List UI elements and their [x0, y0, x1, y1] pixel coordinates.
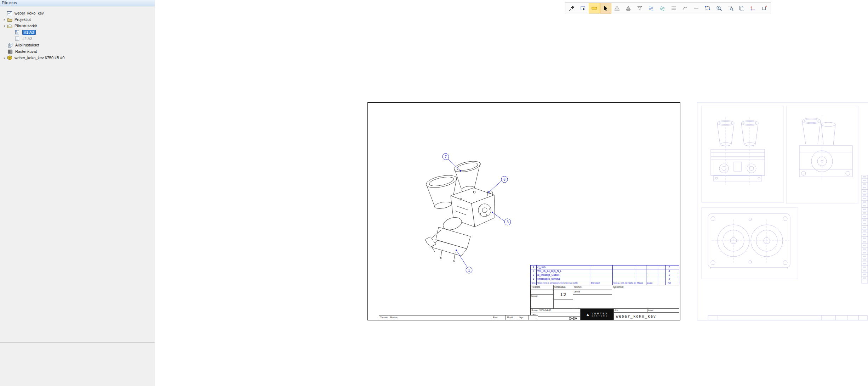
- part-name: WB_96_14_B(J)_N_L: [537, 269, 590, 273]
- drawing-title: weber_koko_kev: [614, 313, 679, 320]
- titleblock-cell-ark: Ark.: [614, 309, 647, 313]
- part-name: al_imusarja_Gasket: [537, 273, 590, 277]
- line-icon: [693, 5, 699, 11]
- titleblock-cell-massa: Massa: [531, 295, 554, 299]
- application-window: Piirustus weber_koko_kev ▸ Projektiot ▾: [0, 0, 868, 386]
- part-qty: 1: [666, 273, 673, 277]
- tree-item-alipiirustukset[interactable]: Alipiirustukset: [0, 42, 155, 48]
- svg-text:1: 1: [468, 268, 470, 272]
- parallel-lines-tool-button[interactable]: [668, 3, 679, 13]
- balloon-7[interactable]: 7: [442, 153, 461, 172]
- sheet2-side-view: [799, 115, 852, 180]
- tree-item-piirustusarkit[interactable]: ▾ Piirustusarkit: [0, 23, 155, 29]
- sheet2-parts-list-rows: [862, 176, 868, 280]
- drawing-sheet-1[interactable]: 7 6 3 1: [367, 102, 680, 320]
- panel-splitter[interactable]: [0, 342, 155, 343]
- panel-title: Piirustus: [0, 0, 155, 6]
- axes-icon: [750, 5, 756, 11]
- parts-row[interactable]: 1 Ilmasuppilo_kiinnitys 2: [531, 277, 679, 281]
- sheet2-front-view: [711, 117, 765, 185]
- chevron-right-icon[interactable]: ▸: [2, 18, 7, 21]
- pick-region-icon: [580, 5, 586, 11]
- drawing-tree: weber_koko_kev ▸ Projektiot ▾ Piirustusa…: [0, 10, 155, 61]
- part-no: 1: [531, 277, 537, 281]
- tree-item-projektiot[interactable]: ▸ Projektiot: [0, 16, 155, 23]
- pin-icon: [569, 5, 575, 11]
- tree-item-label: Rasterikuvat: [15, 49, 37, 54]
- polygon-tool-button[interactable]: [611, 3, 623, 13]
- titleblock-cell-tyonimike: Työnimike:: [612, 285, 679, 309]
- parallel-lines-icon: [670, 5, 677, 11]
- ruler-tool-button[interactable]: [589, 3, 600, 13]
- curve-tool-button[interactable]: [679, 3, 691, 13]
- select-cursor-tool-button[interactable]: [600, 3, 611, 13]
- model-cube-icon: [7, 55, 13, 61]
- revision-strip: Tunnus Muutos Pvm Muutti Hyv.: [379, 315, 538, 320]
- part-name: Ilmasuppilo_kiinnitys: [537, 277, 590, 281]
- pick-region-tool-button[interactable]: [577, 3, 589, 13]
- design-date: 2009-04-05: [539, 309, 551, 312]
- titleblock-cell-luok: Luok.: [647, 309, 679, 313]
- balloon-1[interactable]: 1: [456, 250, 472, 273]
- tree-item-label: weber_koko_kev 6750 kB #0: [15, 56, 64, 60]
- line-tool-button[interactable]: [691, 3, 702, 13]
- hatch-blue-tool-button[interactable]: [645, 3, 657, 13]
- sheet-icon: [15, 30, 21, 35]
- sheet2-faded-views: weber_koko_kev: [697, 102, 868, 320]
- raster-images-icon: [8, 49, 13, 54]
- part-name: ej_rash: [537, 265, 590, 269]
- hatch-lines-teal-icon: [659, 5, 666, 11]
- axes-tool-button[interactable]: [747, 3, 759, 13]
- svg-text:7: 7: [445, 155, 447, 159]
- balloon-6[interactable]: 6: [488, 176, 508, 193]
- view-export-icon: [761, 5, 767, 11]
- drawing-canvas[interactable]: 7 6 3 1: [155, 0, 868, 386]
- sheet2-bottom-view: [708, 214, 790, 268]
- tree-item-label: Alipiirustukset: [15, 43, 39, 47]
- scale-value: 1:2: [554, 290, 573, 300]
- ruler-icon: [591, 5, 598, 11]
- drawing-root-icon: [7, 11, 13, 16]
- zoom-icon: [716, 5, 722, 11]
- hatch-teal-tool-button[interactable]: [657, 3, 668, 13]
- drawing-sheet-2[interactable]: weber_koko_kev: [697, 102, 868, 320]
- chevron-right-icon[interactable]: ▸: [2, 56, 7, 60]
- cone-tool-button[interactable]: [623, 3, 634, 13]
- tree-item-rasterikuvat[interactable]: Rasterikuvat: [0, 48, 155, 55]
- view-export-tool-button[interactable]: [759, 3, 770, 13]
- pin-tool-button[interactable]: [566, 3, 577, 13]
- projection-symbol-icon: [568, 317, 579, 320]
- part-no: 3: [531, 269, 537, 273]
- folder-icon: [7, 17, 13, 22]
- tree-item-sheet-2-a3[interactable]: #2 A3: [0, 35, 155, 42]
- zoom-area-tool-button[interactable]: [725, 3, 736, 13]
- sheets-folder-icon: [7, 23, 13, 29]
- part-no: 4: [531, 265, 537, 269]
- sheet-icon: [15, 36, 21, 41]
- svg-text:6: 6: [503, 178, 506, 181]
- parts-row[interactable]: 4 ej_rash 2: [531, 265, 679, 269]
- sheet-pages-tool-button[interactable]: [736, 3, 747, 13]
- tree-item-label: Piirustusarkit: [15, 24, 37, 28]
- tree-item-sheet-1-a3[interactable]: #1 A3: [0, 29, 155, 35]
- filter-tool-button[interactable]: [634, 3, 645, 13]
- titleblock-cell-mittakaava: Mittakaava: [554, 285, 573, 290]
- parts-row[interactable]: 3 WB_96_14_B(J)_N_L 4: [531, 269, 679, 273]
- sheet-pages-icon: [738, 5, 745, 11]
- tree-item-drawing-root[interactable]: weber_koko_kev: [0, 10, 155, 16]
- zoom-tool-button[interactable]: [713, 3, 725, 13]
- cone-icon: [625, 5, 632, 11]
- titleblock-cell-lehtia: Lehtiä: [573, 290, 612, 295]
- tree-item-model-weber-koko-kev[interactable]: ▸ weber_koko_kev 6750 kB #0: [0, 55, 155, 61]
- part-no: 2: [531, 273, 537, 277]
- sheet2-revision-strip: [708, 315, 867, 320]
- parts-row[interactable]: 2 al_imusarja_Gasket 1: [531, 273, 679, 277]
- tree-item-label: #2 A3: [22, 37, 32, 41]
- part-qty: 2: [666, 277, 673, 281]
- chevron-down-icon[interactable]: ▾: [2, 24, 7, 28]
- select-rect-tool-button[interactable]: [702, 3, 713, 13]
- zoom-area-icon: [727, 5, 733, 11]
- parts-list-table: 4 ej_rash 2 3 WB_96_14_B(J)_N_L 4 2: [530, 265, 679, 286]
- title-block: Tiedosto Massa Mittakaava 1:2 Tunnus Leh…: [530, 285, 679, 320]
- drawing-tree-panel: Piirustus weber_koko_kev ▸ Projektiot ▾: [0, 0, 155, 386]
